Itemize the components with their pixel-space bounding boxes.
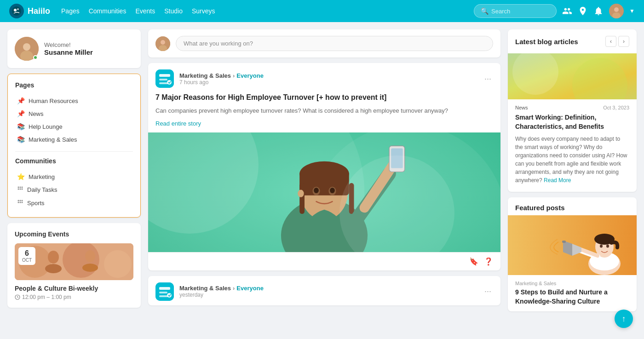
blog-article-title: Smart Working: Definition, Characteristi… [515, 113, 629, 131]
svg-point-24 [104, 250, 132, 278]
svg-point-78 [606, 245, 609, 248]
post-input[interactable]: What are you working on? [176, 36, 493, 51]
svg-point-33 [161, 40, 165, 45]
svg-point-2 [17, 8, 19, 10]
featured-source: Marketing & Sales [515, 281, 629, 286]
svg-rect-61 [159, 292, 167, 293]
pages-section-title: Pages [15, 81, 133, 89]
bell-icon[interactable] [593, 6, 604, 16]
help-icon[interactable]: ❓ [484, 257, 493, 266]
navbar-actions: 🔍 ▼ [474, 4, 635, 18]
online-indicator [33, 55, 38, 60]
featured-title: 9 Steps to Build and Nurture a Knowledge… [515, 288, 629, 306]
blog-meta: News Oct 3, 2023 [515, 105, 629, 110]
blog-date: Oct 3, 2023 [603, 105, 629, 110]
sidebar-item-label: Sports [27, 200, 45, 207]
post-meta: Marketing & Sales › Everyone 7 hours ago [179, 72, 477, 86]
blog-card-header: Latest blog articles ‹ › [508, 29, 637, 53]
sidebar-item-help-lounge[interactable]: 📚 Help Lounge [15, 120, 133, 133]
user-dropdown-icon[interactable]: ▼ [629, 8, 635, 14]
people-icon[interactable] [562, 6, 572, 16]
sidebar-item-marketing-sales[interactable]: 📚 Marketing & Sales [15, 133, 133, 146]
blog-excerpt-text: Why does every company need to adapt to … [515, 136, 627, 184]
post-title: 7 Major Reasons for High Employee Turnov… [148, 92, 500, 106]
sidebar-item-label: Daily Tasks [27, 186, 58, 193]
event-date-badge: 6 Oct [18, 247, 35, 265]
svg-rect-60 [159, 287, 170, 290]
marketing-icon: ⭐ [17, 173, 25, 180]
post-excerpt: Can companies prevent high employee turn… [148, 106, 500, 120]
post-options-button-2[interactable]: ··· [483, 285, 493, 298]
svg-point-20 [22, 200, 23, 201]
navbar: Haiilo Pages Communities Events Studio S… [0, 0, 644, 22]
post-avatar [155, 69, 174, 88]
sidebar-item-label: Marketing & Sales [29, 136, 77, 143]
svg-point-28 [82, 264, 98, 272]
post-header-2: Marketing & Sales › Everyone yesterday ·… [148, 276, 500, 305]
logo[interactable]: Haiilo [9, 4, 50, 18]
user-avatar [15, 37, 39, 61]
post-footer: 🔖 ❓ [148, 252, 500, 270]
help-lounge-icon: 📚 [17, 123, 25, 130]
svg-rect-62 [159, 295, 168, 297]
nav-communities[interactable]: Communities [89, 7, 126, 15]
event-month: Oct [22, 258, 32, 263]
read-more-link[interactable]: Read entire story [148, 120, 500, 132]
logo-icon [9, 4, 24, 18]
sidebar-item-label: Marketing [29, 173, 55, 180]
post-avatar-2 [155, 282, 174, 301]
blog-prev-button[interactable]: ‹ [605, 36, 616, 47]
blog-next-button[interactable]: › [618, 36, 629, 47]
post-audience-2: Everyone [236, 285, 264, 292]
blog-category: News [515, 105, 528, 110]
navigation-icon[interactable] [578, 6, 588, 16]
feed-user-avatar [155, 36, 170, 51]
blog-content: News Oct 3, 2023 Smart Working: Definiti… [508, 99, 637, 192]
blog-navigation: ‹ › [605, 36, 629, 47]
svg-point-4 [614, 7, 619, 12]
user-info: Welcome! Susanne Miller [44, 41, 93, 56]
nav-surveys[interactable]: Surveys [192, 7, 215, 15]
post-image [148, 132, 500, 252]
svg-point-11 [18, 189, 19, 190]
left-sidebar: Welcome! Susanne Miller Pages 📌 Human Re… [7, 29, 141, 311]
svg-point-77 [600, 245, 603, 248]
blog-hero-image [508, 53, 637, 99]
sidebar-item-sports[interactable]: Sports [15, 196, 133, 210]
sidebar-item-daily-tasks[interactable]: Daily Tasks [15, 183, 133, 196]
sidebar-item-marketing[interactable]: ⭐ Marketing [15, 170, 133, 183]
logo-text: Haiilo [28, 6, 50, 16]
svg-point-17 [18, 202, 19, 203]
blog-read-more-link[interactable]: Read More [544, 177, 571, 184]
blog-card: Latest blog articles ‹ › [508, 29, 637, 192]
svg-point-9 [18, 187, 19, 188]
events-card: Upcoming Events 6 Oct Peo [7, 223, 141, 308]
svg-point-58 [298, 190, 304, 197]
sidebar-item-human-resources[interactable]: 📌 Human Resources [15, 94, 133, 107]
main-feed: What are you working on? Ma [148, 29, 500, 311]
main-nav: Pages Communities Events Studio Surveys [61, 7, 463, 15]
svg-point-1 [14, 9, 17, 11]
post-options-button[interactable]: ··· [483, 72, 493, 86]
search-input[interactable] [491, 8, 550, 15]
sidebar-item-label: Human Resources [29, 98, 78, 104]
nav-pages[interactable]: Pages [61, 7, 80, 15]
chevron-icon-2: › [233, 285, 235, 292]
welcome-text: Welcome! [44, 41, 93, 48]
event-time: 12:00 pm – 1:00 pm [15, 294, 133, 300]
sidebar-item-news[interactable]: 📌 News [15, 107, 133, 120]
bookmark-icon[interactable]: 🔖 [469, 257, 478, 266]
svg-point-14 [22, 187, 23, 188]
nav-events[interactable]: Events [135, 7, 155, 15]
svg-rect-48 [299, 183, 305, 214]
nav-studio[interactable]: Studio [164, 7, 183, 15]
user-avatar-nav[interactable] [609, 4, 624, 18]
post-card: Marketing & Sales › Everyone 7 hours ago… [148, 63, 500, 270]
svg-point-57 [330, 188, 335, 193]
main-layout: Welcome! Susanne Miller Pages 📌 Human Re… [0, 22, 644, 319]
svg-point-56 [314, 188, 319, 193]
search-bar[interactable]: 🔍 [474, 4, 557, 18]
post-header: Marketing & Sales › Everyone 7 hours ago… [148, 63, 500, 92]
sidebar-item-label: News [29, 110, 44, 117]
event-title: People & Culture Bi-weekly [15, 285, 133, 292]
